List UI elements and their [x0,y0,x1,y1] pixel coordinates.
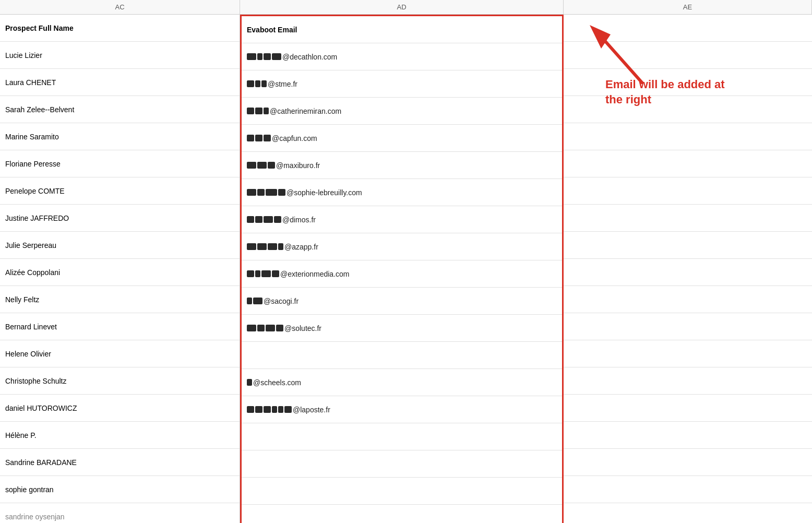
svg-line-0 [600,35,642,82]
table-row [564,123,812,150]
table-row: @azapp.fr [242,233,562,260]
table-row [564,150,812,177]
table-row: @laposte.fr [242,396,562,423]
annotation-text: Email will be added at the right [605,77,741,107]
table-row [564,286,812,313]
table-row: Sarah Zelee--Belvent [0,96,240,123]
table-row [564,313,812,340]
table-row: Hélène P. [0,422,240,449]
table-row: Alizée Coppolani [0,259,240,286]
table-row: @decathlon.com [242,43,562,70]
table-row [564,259,812,286]
spreadsheet: AC AD AE Prospect Full Name Lucie Lizier… [0,0,812,523]
table-body: Prospect Full Name Lucie LizierLaura CHE… [0,15,812,523]
table-row [242,342,562,369]
table-row: @exterionmedia.com [242,260,562,288]
table-row: daniel HUTOROWICZ [0,395,240,422]
table-row: Helene Olivier [0,340,240,367]
table-row: Sandrine BARADANE [0,449,240,476]
table-row: @sacogi.fr [242,288,562,315]
table-row [564,205,812,232]
table-row [564,177,812,205]
table-row: @sophie-lebreuilly.com [242,179,562,206]
table-row [242,423,562,450]
table-row [242,450,562,478]
col-ad-header: Evaboot Email [242,16,562,43]
table-row: sophie gontran [0,476,240,503]
table-row: Lucie Lizier [0,42,240,69]
table-row: @catherinemiran.com [242,98,562,125]
table-row [564,422,812,449]
col-header-ac: AC [0,0,240,14]
col-ad-body: Evaboot Email @decathlon.com@stme.fr@cat… [240,15,564,523]
col-ae-body: Email will be added at the right [564,15,812,523]
table-row [242,505,562,523]
table-row: Nelly Feltz [0,286,240,313]
table-row [564,449,812,476]
table-row [564,395,812,422]
table-row: @stme.fr [242,70,562,98]
table-row: Marine Saramito [0,123,240,150]
ad-rows: @decathlon.com@stme.fr@catherinemiran.co… [242,43,562,523]
ac-rows: Lucie LizierLaura CHENETSarah Zelee--Bel… [0,42,240,523]
table-row: Laura CHENET [0,69,240,96]
col-header-ad: AD [240,0,564,14]
table-row: @scheels.com [242,369,562,396]
table-row: Bernard Linevet [0,313,240,340]
table-row: Penelope COMTE [0,177,240,205]
table-row [242,478,562,505]
table-row: @maxiburo.fr [242,152,562,179]
column-headers: AC AD AE [0,0,812,15]
table-row: @dimos.fr [242,206,562,233]
table-row [564,367,812,395]
table-row: @solutec.fr [242,315,562,342]
col-ac-body: Prospect Full Name Lucie LizierLaura CHE… [0,15,240,523]
col-ac-header: Prospect Full Name [0,15,240,42]
table-row [564,476,812,503]
table-row: sandrine oysenjan [0,503,240,523]
table-row [564,232,812,259]
table-row: @capfun.com [242,125,562,152]
table-row: Justine JAFFREDO [0,205,240,232]
table-row: Floriane Peresse [0,150,240,177]
col-header-ae: AE [564,0,812,14]
table-row [564,503,812,523]
table-row: Christophe Schultz [0,367,240,395]
table-row: Julie Serpereau [0,232,240,259]
table-row [564,340,812,367]
